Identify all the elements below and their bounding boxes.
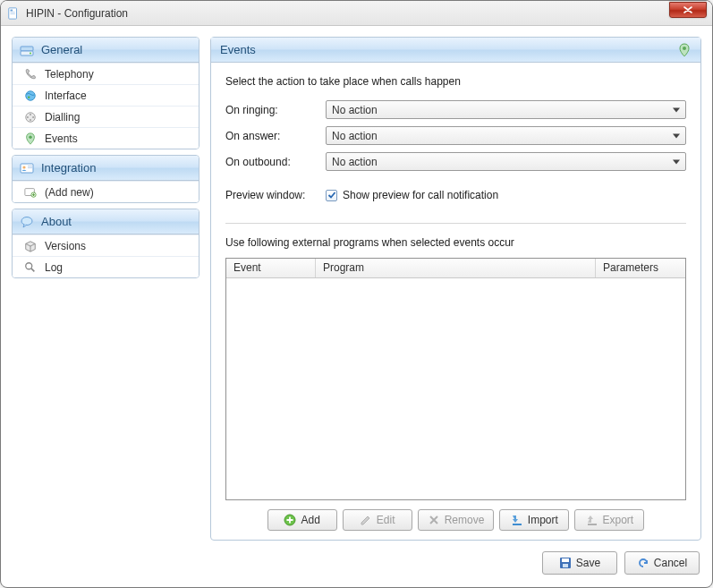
col-program[interactable]: Program [316,259,596,277]
preview-window-label: Preview window: [225,189,326,201]
remove-button[interactable]: Remove [418,509,495,531]
sidebar-item-dialling[interactable]: Dialling [13,106,199,127]
sidebar-item-events[interactable]: Events [13,127,199,149]
export-button[interactable]: Export [574,509,644,531]
svg-rect-25 [513,524,522,525]
save-button[interactable]: Save [542,551,617,575]
edit-button[interactable]: Edit [343,509,412,531]
events-header-icon [677,43,692,57]
svg-point-16 [22,166,25,168]
title-bar: HIPIN - Configuration [1,1,712,26]
svg-rect-18 [28,167,32,168]
sidebar-item-interface[interactable]: Interface [13,84,199,106]
import-icon [511,514,523,526]
window-title: HIPIN - Configuration [26,7,669,20]
col-event[interactable]: Event [226,259,316,277]
svg-rect-29 [563,564,568,567]
sidebar-item-label: Telephony [45,68,94,81]
sidebar-item-versions[interactable]: Versions [13,234,199,256]
sidebar-group-about: About Versions Log [12,209,199,278]
programs-table[interactable]: Event Program Parameters [225,258,686,500]
events-icon [23,132,38,146]
contact-card-icon [20,161,34,175]
sidebar: General Telephony Interface [12,37,199,541]
svg-point-14 [29,135,32,139]
sidebar-group-general: General Telephony Interface [12,37,199,149]
svg-rect-17 [28,166,32,166]
sidebar-item-label: Events [45,132,78,145]
import-button[interactable]: Import [499,509,569,531]
on-ringing-select[interactable]: No action [326,100,686,119]
sidebar-item-label: Versions [45,240,86,252]
on-answer-label: On answer: [225,130,326,142]
button-label: Import [528,514,558,526]
programs-instruction: Use following external programs when sel… [225,236,686,249]
button-label: Edit [377,514,395,526]
svg-point-23 [683,47,686,50]
app-icon [6,6,21,21]
dial-icon [23,110,38,124]
svg-point-21 [21,217,32,225]
svg-point-10 [30,114,31,115]
svg-rect-1 [11,9,13,11]
select-value: No action [332,104,378,116]
panel-header: Events [211,38,700,63]
sidebar-item-label: (Add new) [45,186,94,199]
close-button[interactable] [669,2,707,18]
button-label: Save [576,557,600,569]
add-button[interactable]: Add [267,509,337,531]
svg-point-8 [28,96,30,98]
table-header: Event Program Parameters [226,259,685,278]
divider [225,223,686,224]
sidebar-item-label: Dialling [45,111,80,124]
programs-button-bar: Add Edit Remove [225,509,686,531]
sidebar-header-integration[interactable]: Integration [13,156,199,181]
preview-checkbox[interactable] [326,190,337,201]
svg-point-11 [32,116,34,118]
instruction-text: Select the action to take place when cal… [225,75,686,88]
cancel-button[interactable]: Cancel [624,551,700,575]
drive-icon [20,43,34,57]
on-ringing-label: On ringing: [225,104,326,116]
panel-content: Select the action to take place when cal… [211,63,700,540]
svg-rect-26 [588,524,597,525]
export-icon [586,514,598,526]
svg-rect-4 [21,47,33,51]
sidebar-item-telephony[interactable]: Telephony [13,63,199,84]
window-body: General Telephony Interface [1,26,712,587]
col-parameters[interactable]: Parameters [596,259,685,277]
sidebar-header-general[interactable]: General [13,38,199,63]
box-icon [23,239,38,253]
select-value: No action [332,130,378,142]
svg-point-13 [27,116,29,118]
sidebar-group-label: Integration [41,161,96,175]
add-icon [284,514,296,526]
remove-icon [428,514,440,526]
svg-point-7 [26,90,36,100]
sidebar-item-label: Interface [45,89,87,102]
on-outbound-label: On outbound: [225,156,326,168]
sidebar-group-label: About [41,215,72,228]
speech-bubble-icon [20,215,34,229]
config-window: HIPIN - Configuration General [0,0,713,588]
sidebar-item-log[interactable]: Log [13,256,199,277]
sidebar-item-add-new[interactable]: (Add new) [13,181,199,202]
svg-rect-28 [562,558,569,562]
dialog-footer: Save Cancel [12,551,701,576]
add-card-icon [23,185,38,200]
svg-rect-2 [11,12,15,13]
svg-point-12 [30,119,31,121]
on-outbound-select[interactable]: No action [326,152,686,171]
panel-title: Events [220,43,256,56]
button-label: Remove [445,514,485,526]
globe-icon [23,89,38,103]
sidebar-header-about[interactable]: About [13,209,199,234]
edit-icon [360,514,372,526]
on-answer-select[interactable]: No action [326,126,686,145]
preview-checkbox-label: Show preview for call notification [343,189,498,201]
sidebar-item-label: Log [45,261,63,274]
sidebar-group-integration: Integration (Add new) [12,155,199,203]
sidebar-group-label: General [41,43,82,56]
button-label: Cancel [654,557,687,569]
undo-icon [637,557,649,569]
